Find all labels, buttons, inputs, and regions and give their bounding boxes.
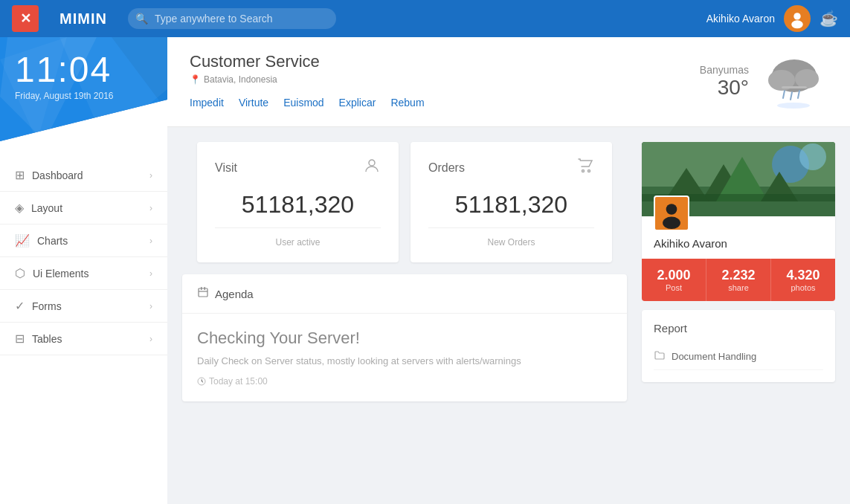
- header-location: 📍 Batavia, Indonesia: [190, 74, 425, 85]
- cart-icon: [576, 157, 594, 179]
- folder-icon: [654, 349, 666, 364]
- header-tabs: Impedit Virtute Euismod Explicar Rebum: [190, 97, 425, 112]
- cup-icon: ☕: [820, 10, 838, 28]
- chevron-icon-ui: ›: [149, 268, 152, 279]
- tab-rebum[interactable]: Rebum: [390, 97, 424, 112]
- svg-line-13: [791, 92, 792, 100]
- brand-logo: MIMIN: [51, 10, 116, 28]
- chevron-icon-tables: ›: [149, 334, 152, 344]
- layout-icon: ◈: [15, 201, 24, 215]
- profile-avatar-wrap: [654, 196, 689, 231]
- profile-avatar: [654, 196, 689, 231]
- chevron-icon-charts: ›: [149, 236, 152, 246]
- content-main: Visit 51181,320 User: [167, 127, 642, 401]
- forms-icon: ✓: [15, 299, 25, 313]
- agenda-post-title: Checking Your Server!: [197, 329, 612, 348]
- post-number: 2.000: [648, 268, 700, 283]
- sidebar: 11:04 Friday, August 19th 2016 ⊞ Dashboa…: [0, 37, 167, 504]
- search-wrapper: 🔍: [128, 8, 336, 29]
- photos-number: 4.320: [777, 268, 829, 283]
- sidebar-item-tables[interactable]: ⊟ Tables ›: [0, 323, 167, 355]
- right-panel: Akihiko Avaron 2.000 Post 2.232 share 4.…: [642, 142, 835, 401]
- svg-point-17: [582, 170, 585, 172]
- content-header: Customer Service 📍 Batavia, Indonesia Im…: [167, 37, 850, 127]
- content-body: Visit 51181,320 User: [167, 127, 850, 401]
- ui-icon: ⬡: [15, 266, 25, 280]
- agenda-icon: [197, 286, 209, 301]
- svg-point-26: [799, 143, 826, 170]
- sidebar-item-layout[interactable]: ◈ Layout ›: [0, 192, 167, 224]
- visit-card: Visit 51181,320 User: [197, 142, 399, 262]
- header-left: Customer Service 📍 Batavia, Indonesia Im…: [190, 52, 425, 112]
- page-title: Customer Service: [190, 52, 425, 71]
- chevron-icon-layout: ›: [149, 203, 152, 213]
- content-area: Customer Service 📍 Batavia, Indonesia Im…: [167, 37, 850, 504]
- chevron-icon-forms: ›: [149, 301, 152, 311]
- share-number: 2.232: [712, 268, 764, 283]
- post-label: Post: [648, 283, 700, 292]
- visit-label: User active: [215, 237, 381, 248]
- svg-rect-11: [782, 86, 807, 88]
- header-weather: Banyumas 30°: [700, 52, 828, 112]
- stats-cards: Visit 51181,320 User: [182, 127, 627, 262]
- tab-explicar[interactable]: Explicar: [339, 97, 376, 112]
- tables-icon: ⊟: [15, 332, 25, 346]
- svg-point-2: [791, 20, 803, 28]
- agenda-header: Agenda: [182, 274, 627, 314]
- profile-name: Akihiko Avaron: [654, 237, 823, 250]
- report-item-label: Document Handling: [672, 351, 756, 362]
- visit-number: 51181,320: [215, 191, 381, 219]
- profile-stat-photos: 4.320 photos: [771, 259, 835, 301]
- photos-label: photos: [777, 283, 829, 292]
- agenda-time: Today at 15:00: [197, 376, 612, 387]
- location-text: Batavia, Indonesia: [204, 74, 277, 85]
- tab-impedit[interactable]: Impedit: [190, 97, 224, 112]
- profile-stat-share: 2.232 share: [706, 259, 771, 301]
- sidebar-item-label-dashboard: Dashboard: [32, 169, 83, 181]
- sidebar-nav: ⊞ Dashboard › ◈ Layout › 📈 Charts ›: [0, 159, 167, 504]
- sidebar-item-label-tables: Tables: [32, 333, 62, 345]
- report-title: Report: [654, 322, 823, 335]
- sidebar-item-label-forms: Forms: [32, 300, 62, 312]
- profile-card: Akihiko Avaron: [642, 142, 835, 259]
- sidebar-item-label-ui: Ui Elements: [33, 268, 88, 280]
- avatar[interactable]: [784, 5, 811, 32]
- sidebar-item-label-charts: Charts: [37, 235, 68, 247]
- weather-temp: 30°: [700, 76, 749, 100]
- dashboard-icon: ⊞: [15, 168, 25, 182]
- close-button[interactable]: ✕: [12, 5, 39, 32]
- tab-euismod[interactable]: Euismod: [283, 97, 323, 112]
- sidebar-item-label-layout: Layout: [31, 202, 62, 214]
- charts-icon: 📈: [15, 233, 30, 248]
- svg-point-10: [795, 69, 819, 88]
- tab-virtute[interactable]: Virtute: [239, 97, 268, 112]
- share-label: share: [712, 283, 764, 292]
- profile-stat-post: 2.000 Post: [642, 259, 706, 301]
- weather-info: Banyumas 30°: [700, 64, 749, 100]
- sidebar-item-charts[interactable]: 📈 Charts ›: [0, 224, 167, 257]
- weather-location: Banyumas: [700, 64, 749, 76]
- profile-stats: 2.000 Post 2.232 share 4.320 photos: [642, 259, 835, 301]
- agenda-post-desc: Daily Check on Server status, mostly loo…: [197, 354, 612, 369]
- search-input[interactable]: [128, 8, 336, 29]
- main-layout: 11:04 Friday, August 19th 2016 ⊞ Dashboa…: [0, 37, 850, 504]
- sidebar-item-forms[interactable]: ✓ Forms ›: [0, 290, 167, 323]
- svg-line-12: [783, 91, 785, 98]
- chevron-icon: ›: [149, 170, 152, 181]
- sidebar-item-dashboard[interactable]: ⊞ Dashboard ›: [0, 159, 167, 192]
- weather-cloud-icon: [761, 52, 828, 112]
- agenda-content: Checking Your Server! Daily Check on Ser…: [182, 314, 627, 401]
- clock-icon: [197, 377, 206, 386]
- orders-title: Orders: [428, 161, 465, 175]
- orders-label: New Orders: [428, 237, 594, 248]
- svg-rect-20: [201, 287, 202, 290]
- user-icon: [363, 157, 381, 179]
- svg-rect-19: [199, 288, 207, 297]
- svg-point-18: [588, 170, 590, 172]
- sidebar-item-ui[interactable]: ⬡ Ui Elements ›: [0, 257, 167, 290]
- location-pin-icon: 📍: [190, 74, 201, 85]
- agenda-title: Agenda: [215, 288, 254, 300]
- report-card: Report Document Handling: [642, 310, 835, 382]
- orders-number: 51181,320: [428, 191, 594, 219]
- report-item-doc[interactable]: Document Handling: [654, 343, 823, 370]
